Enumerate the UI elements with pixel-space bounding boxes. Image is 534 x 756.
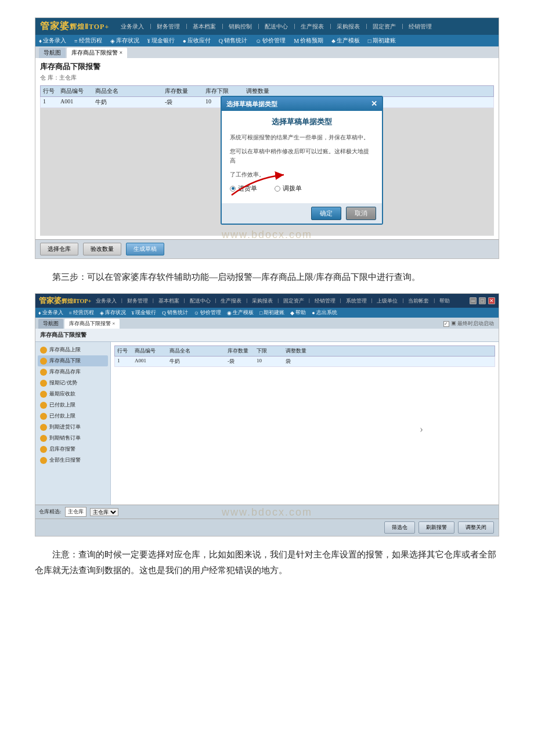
sw2-toolbar-3[interactable]: ◈库存状况 [100,309,126,316]
paragraph-2: 注意：查询的时候一定要选择对应仓库，比如如图来说，我们是针对主仓库设置的报警，如… [35,547,499,578]
sidebar-item-upper-limit[interactable]: 库存商品上限 [38,344,108,355]
sidebar-item-stock-alarm[interactable]: 启库存报警 [38,444,108,455]
toolbar-item-6[interactable]: Q销售统计 [219,37,247,45]
sw2-nav-6[interactable]: 采购报表 [252,297,273,305]
sw1-nav: 业务录入 | 财务管理 | 基本档案 | 销购控制 | 配送中心 | 生产报表 … [121,23,432,31]
sw2-table-header: 行号 商品编号 商品全名 库存数量 下限 调整数量 [114,345,495,357]
toolbar-item-5[interactable]: ●应收应付 [183,37,211,45]
sidebar-icon-8 [40,424,47,431]
minimize-button[interactable]: ─ [470,297,477,304]
nav-item-9[interactable]: 经销管理 [409,23,432,31]
sidebar-item-period-memo[interactable]: 报期记/优势 [38,377,108,388]
dialog-text-3: 了工作效率。 [230,170,374,179]
sw2-close-button[interactable]: 调整关闭 [458,521,494,534]
sw1-logo: 管家婆辉煌ⅡTOP+ [40,20,109,33]
select-warehouse-button[interactable]: 选择仓库 [40,243,78,255]
sw2-nav-8[interactable]: 经销管理 [315,297,335,305]
radio-purchase-circle[interactable] [230,186,236,192]
sidebar-item-paid-upper-2[interactable]: 已付款上限 [38,411,108,422]
radio-item-transfer[interactable]: 调拨单 [275,184,302,193]
generate-draft-button[interactable]: 生成草稿 [126,243,164,255]
sw2-nav-1[interactable]: 业务录入 [96,297,117,305]
sidebar-item-receivable[interactable]: 最期应收款 [38,388,108,399]
sw2-filter-button[interactable]: 筛选仓 [384,521,415,534]
toolbar-item-1[interactable]: ♦业务录入 [39,37,66,45]
checkbox-auto-launch[interactable]: ✓ [443,321,449,327]
sidebar-item-paid-upper[interactable]: 已付款上限 [38,399,108,411]
sw1-tabs: 导航图 库存商品下限报警 × [35,46,499,58]
toolbar-item-7[interactable]: ☺钞价管理 [255,37,286,45]
sw2-nav-11[interactable]: 当前帐套 [408,297,429,305]
sidebar-icon-6 [40,402,47,409]
toolbar-item-10[interactable]: □期初建账 [368,37,396,45]
sidebar-icon-9 [40,435,47,442]
dialog-close-button[interactable]: ✕ [371,99,377,109]
sw2-toolbar-10[interactable]: ●志出系统 [312,309,337,316]
sw2-toolbar-7[interactable]: ◉生产模板 [227,309,254,316]
sidebar-item-stock[interactable]: 库存商品存库 [38,366,108,377]
nav-sep-4: | [258,23,259,31]
sw2-toolbar-2[interactable]: ≡经营历程 [69,309,94,316]
nav-item-2[interactable]: 财务管理 [157,23,180,31]
dialog-text-2: 您可以在草稿中稍作修改后即可以过账。这样极大地提高 [230,147,374,165]
sw2-toolbar-1[interactable]: ♦业务录入 [38,309,63,316]
sw2-toolbar-8[interactable]: □期初建账 [259,309,284,316]
nav-sep-6: | [330,23,331,31]
sw2-toolbar-5[interactable]: Q销售统计 [162,309,188,316]
dialog-overlay: 选择草稿单据类型 ✕ 选择草稿单据类型 系统可根据报警的结果产生一些单据，并保在… [40,108,494,236]
sw2-nav-12[interactable]: 帮助 [439,297,450,305]
sw2-toolbar-4[interactable]: ¥现金银行 [132,309,157,316]
nav-item-1[interactable]: 业务录入 [121,23,144,31]
modify-quantity-button[interactable]: 验改数量 [83,243,121,255]
nav-sep-5: | [294,23,295,31]
sidebar-icon-11 [40,457,47,464]
nav-item-8[interactable]: 固定资产 [373,23,396,31]
toolbar-item-2[interactable]: ≡经营历程 [74,37,102,45]
sw2-nav-7[interactable]: 固定资产 [283,297,304,305]
nav-item-7[interactable]: 采购报表 [337,23,360,31]
tab-navigation[interactable]: 导航图 [39,48,66,58]
dialog-ok-button[interactable]: 确定 [311,207,341,220]
sw2-nav-10[interactable]: 上级单位 [377,297,398,305]
radio-transfer-circle[interactable] [275,186,280,192]
nav-item-5[interactable]: 配送中心 [265,23,288,31]
sw1-bottom-bar: 选择仓库 验改数量 生成草稿 [35,239,499,258]
sw2-tab-navigation[interactable]: 导航图 [38,319,63,329]
radio-item-purchase[interactable]: 进货单 [230,184,257,193]
toolbar-item-8[interactable]: M价格预期 [294,37,323,45]
toolbar-item-4[interactable]: ¥现金银行 [147,37,175,45]
sw2-refresh-button[interactable]: 刷新报警 [418,521,454,534]
sw2-nav-9[interactable]: 系统管理 [346,297,367,305]
dialog-cancel-button[interactable]: 取消 [346,207,376,220]
sw2-toolbar-6[interactable]: ☺钞价管理 [194,309,221,316]
sw2-checkbox-row: ✓ ▣ 最终时启动启动 [443,320,494,327]
sw2-warehouse-select[interactable]: 主仓库 [90,508,118,516]
sidebar-item-lower-limit[interactable]: 库存商品下限 [38,355,108,366]
nav-item-3[interactable]: 基本档案 [193,23,216,31]
sidebar-item-purchase-order[interactable]: 到期进货订单 [38,422,108,433]
sw2-table-row[interactable]: 1 A001 牛奶 -袋 10 袋 [114,357,495,367]
nav-sep-2: | [186,23,187,31]
maximize-button[interactable]: □ [479,297,486,304]
sidebar-item-birthday-alarm[interactable]: 全部生日报警 [38,455,108,466]
expand-arrow-icon[interactable]: › [420,423,423,435]
sw2-header: 管家婆辉煌ⅡTOP+ 业务录入 | 财务管理 | 基本档案 | 配送中心 | 生… [35,294,499,308]
toolbar-item-3[interactable]: ◈库存状况 [110,37,139,45]
nav-item-4[interactable]: 销购控制 [229,23,252,31]
sw2-nav-3[interactable]: 基本档案 [158,297,179,305]
sw2-nav-2[interactable]: 财务管理 [127,297,148,305]
screenshot-1: 管家婆辉煌ⅡTOP+ 业务录入 | 财务管理 | 基本档案 | 销购控制 | 配… [35,17,499,259]
sidebar-item-sales-order[interactable]: 到期销售订单 [38,433,108,444]
sidebar-icon-10 [40,446,47,453]
sw2-toolbar-9[interactable]: ◆帮助 [290,309,306,316]
nav-item-6[interactable]: 生产报表 [301,23,324,31]
sw1-header: 管家婆辉煌ⅡTOP+ 业务录入 | 财务管理 | 基本档案 | 销购控制 | 配… [35,18,499,35]
close-button[interactable]: ✕ [488,297,495,304]
tab-inventory-alarm[interactable]: 库存商品下限报警 × [67,48,127,58]
dialog-title-text: 选择草稿单据类型 [226,100,277,109]
sw2-nav-4[interactable]: 配送中心 [190,297,211,305]
sw2-tab-alarm[interactable]: 库存商品下限报警 × [64,319,120,329]
sw2-nav-5[interactable]: 生产报表 [221,297,241,305]
toolbar-item-9[interactable]: ♣生产模板 [331,37,360,45]
table-header: 行号 商品编号 商品全名 库存数量 库存下限 调整数量 [40,85,494,97]
